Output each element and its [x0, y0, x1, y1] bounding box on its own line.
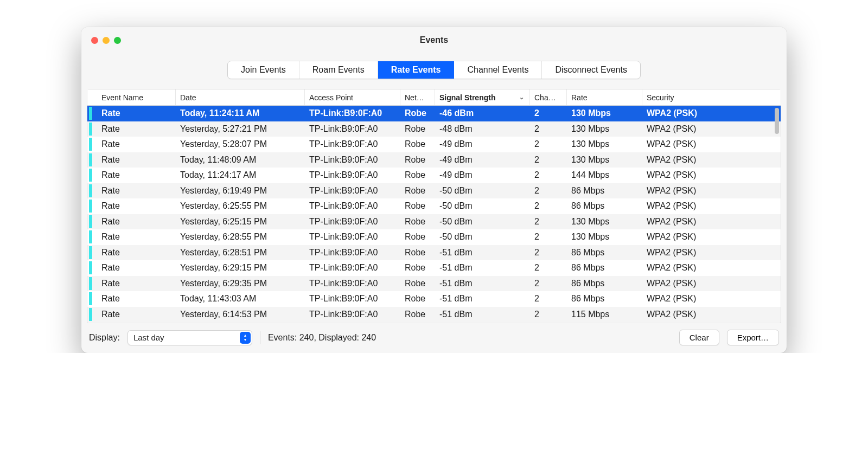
footer-divider [260, 331, 260, 344]
tab-roam-events[interactable]: Roam Events [299, 61, 378, 79]
table-row[interactable]: RateYesterday, 6:25:55 PMTP-Link:B9:0F:A… [87, 198, 781, 214]
row-color-marker [87, 106, 97, 121]
cell-network: Robe [400, 155, 435, 165]
cell-network: Robe [400, 124, 435, 134]
cell-signal-strength: -51 dBm [435, 248, 530, 258]
cell-security: WPA2 (PSK) [642, 310, 781, 319]
cell-access-point: TP-Link:B9:0F:A0 [305, 232, 400, 242]
tab-channel-events[interactable]: Channel Events [454, 61, 542, 79]
select-stepper-icon: ▲▼ [240, 332, 251, 344]
cell-network: Robe [400, 201, 435, 211]
cell-network: Robe [400, 170, 435, 180]
table-row[interactable]: RateYesterday, 6:28:51 PMTP-Link:B9:0F:A… [87, 245, 781, 261]
table-row[interactable]: RateToday, 11:24:17 AMTP-Link:B9:0F:A0Ro… [87, 168, 781, 183]
cell-access-point: TP-Link:B9:0F:A0 [305, 310, 400, 319]
events-table: Event NameDateAccess PointNet…Signal Str… [87, 89, 781, 323]
row-color-marker [87, 121, 97, 137]
tab-join-events[interactable]: Join Events [228, 61, 299, 79]
cell-security: WPA2 (PSK) [642, 248, 781, 258]
tab-rate-events[interactable]: Rate Events [378, 61, 455, 79]
table-row[interactable]: RateYesterday, 5:28:07 PMTP-Link:B9:0F:A… [87, 137, 781, 152]
cell-security: WPA2 (PSK) [642, 108, 781, 118]
column-header-security[interactable]: Security [642, 89, 781, 105]
cell-signal-strength: -51 dBm [435, 263, 530, 273]
cell-date: Today, 11:24:11 AM [176, 108, 305, 118]
cell-date: Today, 11:24:17 AM [176, 170, 305, 180]
cell-channel: 2 [530, 263, 567, 273]
table-row[interactable]: RateToday, 11:43:03 AMTP-Link:B9:0F:A0Ro… [87, 291, 781, 307]
cell-channel: 2 [530, 186, 567, 196]
row-color-marker [87, 168, 97, 183]
cell-signal-strength: -46 dBm [435, 108, 530, 118]
table-row[interactable]: RateYesterday, 5:27:21 PMTP-Link:B9:0F:A… [87, 121, 781, 137]
row-color-marker [87, 245, 97, 261]
table-row[interactable]: RateYesterday, 6:29:15 PMTP-Link:B9:0F:A… [87, 260, 781, 276]
cell-date: Yesterday, 6:25:15 PM [176, 217, 305, 227]
cell-signal-strength: -51 dBm [435, 310, 530, 319]
cell-network: Robe [400, 139, 435, 149]
cell-channel: 2 [530, 139, 567, 149]
column-header-event-name[interactable]: Event Name [97, 89, 176, 105]
cell-channel: 2 [530, 170, 567, 180]
table-row[interactable]: RateYesterday, 6:19:49 PMTP-Link:B9:0F:A… [87, 183, 781, 199]
column-header-net-[interactable]: Net… [400, 89, 435, 105]
display-range-select[interactable]: Last day ▲▼ [127, 330, 252, 345]
cell-signal-strength: -48 dBm [435, 124, 530, 134]
cell-channel: 2 [530, 232, 567, 242]
column-header-rate[interactable]: Rate [567, 89, 642, 105]
cell-access-point: TP-Link:B9:0F:A0 [305, 108, 400, 118]
export-button[interactable]: Export… [727, 330, 779, 345]
row-color-marker [87, 260, 97, 276]
row-color-marker [87, 229, 97, 245]
table-row[interactable]: RateYesterday, 6:29:35 PMTP-Link:B9:0F:A… [87, 276, 781, 292]
cell-signal-strength: -49 dBm [435, 155, 530, 165]
cell-access-point: TP-Link:B9:0F:A0 [305, 217, 400, 227]
cell-network: Robe [400, 294, 435, 304]
cell-rate: 130 Mbps [567, 124, 642, 134]
cell-access-point: TP-Link:B9:0F:A0 [305, 186, 400, 196]
cell-security: WPA2 (PSK) [642, 124, 781, 134]
titlebar: Events [81, 27, 787, 53]
cell-network: Robe [400, 248, 435, 258]
table-row[interactable]: RateToday, 11:48:09 AMTP-Link:B9:0F:A0Ro… [87, 152, 781, 168]
table-header: Event NameDateAccess PointNet…Signal Str… [87, 89, 781, 106]
cell-access-point: TP-Link:B9:0F:A0 [305, 155, 400, 165]
cell-date: Yesterday, 6:29:15 PM [176, 263, 305, 273]
cell-event-name: Rate [97, 232, 176, 242]
sort-indicator-icon: ⌄ [519, 94, 525, 101]
table-row[interactable]: RateToday, 11:24:11 AMTP-Link:B9:0F:A0Ro… [87, 106, 781, 121]
cell-rate: 86 Mbps [567, 201, 642, 211]
tab-disconnect-events[interactable]: Disconnect Events [542, 61, 640, 79]
cell-signal-strength: -51 dBm [435, 294, 530, 304]
cell-event-name: Rate [97, 263, 176, 273]
cell-rate: 86 Mbps [567, 186, 642, 196]
cell-event-name: Rate [97, 139, 176, 149]
clear-button[interactable]: Clear [679, 330, 719, 345]
cell-date: Yesterday, 6:28:55 PM [176, 232, 305, 242]
table-row[interactable]: RateYesterday, 6:14:53 PMTP-Link:B9:0F:A… [87, 307, 781, 323]
column-header-date[interactable]: Date [176, 89, 305, 105]
table-row[interactable]: RateYesterday, 6:28:55 PMTP-Link:B9:0F:A… [87, 229, 781, 245]
cell-access-point: TP-Link:B9:0F:A0 [305, 279, 400, 288]
cell-network: Robe [400, 108, 435, 118]
row-color-marker [87, 183, 97, 199]
column-header-signal-strength[interactable]: Signal Strength⌄ [435, 89, 530, 105]
cell-signal-strength: -50 dBm [435, 232, 530, 242]
cell-rate: 115 Mbps [567, 310, 642, 319]
cell-signal-strength: -50 dBm [435, 201, 530, 211]
cell-network: Robe [400, 279, 435, 288]
cell-channel: 2 [530, 155, 567, 165]
cell-channel: 2 [530, 279, 567, 288]
cell-event-name: Rate [97, 186, 176, 196]
column-header-cha-[interactable]: Cha… [530, 89, 567, 105]
events-count-status: Events: 240, Displayed: 240 [268, 333, 376, 343]
vertical-scrollbar[interactable] [775, 108, 779, 134]
column-header-access-point[interactable]: Access Point [305, 89, 400, 105]
cell-event-name: Rate [97, 217, 176, 227]
cell-security: WPA2 (PSK) [642, 170, 781, 180]
cell-rate: 130 Mbps [567, 232, 642, 242]
table-row[interactable]: RateYesterday, 6:25:15 PMTP-Link:B9:0F:A… [87, 214, 781, 230]
cell-security: WPA2 (PSK) [642, 279, 781, 288]
cell-rate: 130 Mbps [567, 108, 642, 118]
cell-event-name: Rate [97, 124, 176, 134]
